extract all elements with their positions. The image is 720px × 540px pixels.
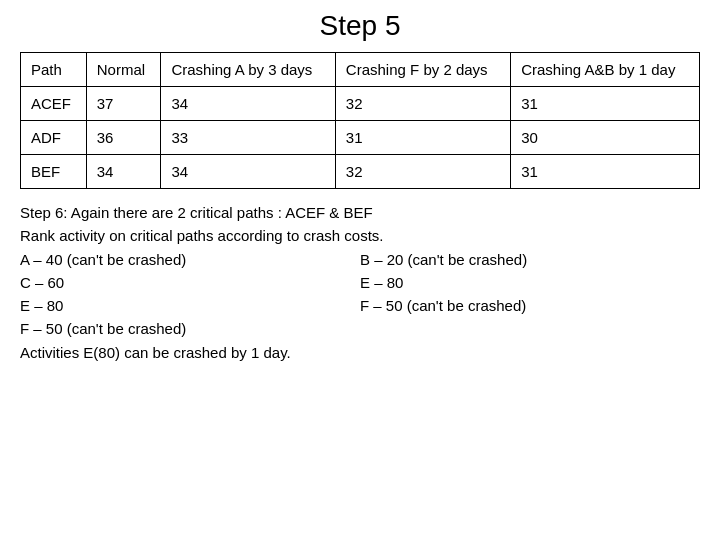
text-line3-left: A – 40 (can't be crashed) [20, 248, 360, 271]
table-row: ADF36333130 [21, 121, 700, 155]
text-line6: F – 50 (can't be crashed) [20, 317, 700, 340]
header-crash-a3: Crashing A by 3 days [161, 53, 335, 87]
text-line3-right: B – 20 (can't be crashed) [360, 248, 700, 271]
header-crash-ab1: Crashing A&B by 1 day [511, 53, 700, 87]
text-line7: Activities E(80) can be crashed by 1 day… [20, 341, 700, 364]
header-crash-f2: Crashing F by 2 days [335, 53, 510, 87]
text-line1: Step 6: Again there are 2 critical paths… [20, 201, 700, 224]
text-line4-right: E – 80 [360, 271, 700, 294]
header-normal: Normal [86, 53, 161, 87]
page-title: Step 5 [20, 10, 700, 42]
text-line5-left: E – 80 [20, 294, 360, 317]
table-row: ACEF37343231 [21, 87, 700, 121]
crash-table: Path Normal Crashing A by 3 days Crashin… [20, 52, 700, 189]
header-path: Path [21, 53, 87, 87]
table-row: BEF34343231 [21, 155, 700, 189]
text-line5-right: F – 50 (can't be crashed) [360, 294, 700, 317]
step6-text: Step 6: Again there are 2 critical paths… [20, 201, 700, 364]
text-line2: Rank activity on critical paths accordin… [20, 224, 700, 247]
text-line4-left: C – 60 [20, 271, 360, 294]
